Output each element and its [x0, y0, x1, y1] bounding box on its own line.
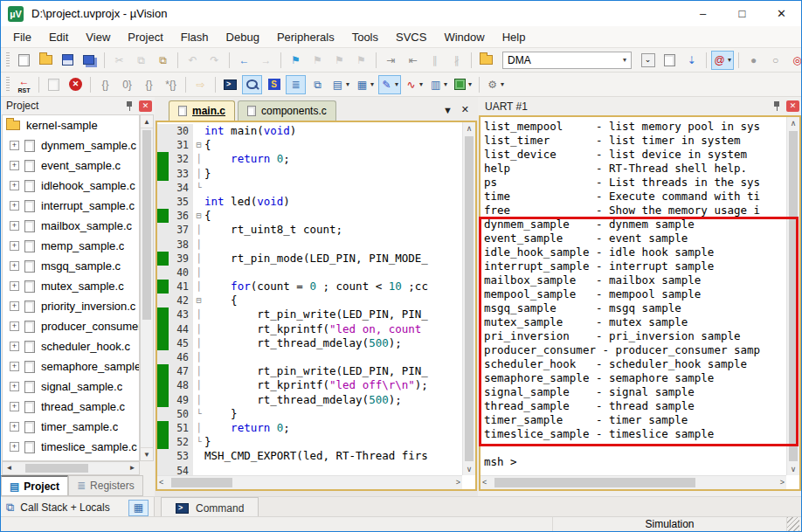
prev-bookmark-button[interactable]: ⚑ — [308, 51, 328, 70]
expand-icon[interactable]: + — [10, 301, 19, 311]
chevron-down-icon[interactable]: ▾ — [728, 56, 731, 64]
step-into-button[interactable]: {} — [95, 75, 115, 94]
tab-components-c[interactable]: components.c — [238, 100, 336, 121]
chevron-down-icon[interactable]: ▾ — [444, 80, 447, 88]
menu-edit[interactable]: Edit — [40, 28, 77, 46]
call-stack-tab[interactable]: ⧉ Call Stack + Locals ▦ — [1, 497, 155, 518]
serial-window-button[interactable]: ✎▾ — [378, 75, 401, 94]
indent-button[interactable]: ⇥ — [381, 51, 401, 70]
resize-grip[interactable] — [787, 517, 799, 531]
chevron-down-icon[interactable]: ▾ — [501, 80, 504, 88]
editor-vertical-scrollbar[interactable]: ∧ ∨ — [462, 122, 475, 475]
project-file-item[interactable]: +event_sample.c — [3, 155, 139, 176]
expand-icon[interactable]: + — [10, 161, 19, 170]
run-button[interactable]: ⇨ — [190, 75, 211, 94]
outdent-button[interactable]: ⇤ — [403, 51, 423, 70]
expand-icon[interactable]: + — [10, 181, 19, 190]
uart-vertical-scrollbar[interactable]: ∧ ∨ — [786, 117, 799, 475]
toolbar-grip[interactable] — [6, 52, 10, 68]
uart-horizontal-scrollbar[interactable]: < > — [481, 475, 786, 489]
step-over-button[interactable]: 0} — [117, 75, 137, 94]
editor-horizontal-scrollbar[interactable]: < > — [157, 475, 462, 489]
minimize-button[interactable]: – — [683, 1, 722, 26]
clear-bookmarks-button[interactable]: ⚑ — [351, 51, 371, 70]
next-bookmark-button[interactable]: ⚑ — [329, 51, 349, 70]
code-area[interactable]: 30int main(void)31⊟{32│ return 0;33│}34└… — [157, 122, 462, 475]
find-next-button[interactable] — [660, 51, 680, 70]
close-tab-icon[interactable]: ✕ — [461, 104, 469, 115]
scrollbar-thumb[interactable] — [494, 478, 695, 487]
expand-icon[interactable]: + — [10, 141, 19, 150]
expand-icon[interactable]: + — [10, 442, 19, 452]
project-file-item[interactable]: +memp_sample.c — [3, 236, 139, 256]
open-file-button[interactable] — [36, 51, 56, 70]
scrollbar-thumb[interactable] — [142, 130, 151, 320]
project-file-item[interactable]: +semaphore_sample. — [3, 356, 139, 377]
chevron-down-icon[interactable]: ▾ — [395, 80, 398, 88]
memory-window-tab[interactable]: ▦ — [128, 500, 149, 516]
scroll-down-icon[interactable]: ∨ — [463, 463, 475, 475]
project-file-item[interactable]: +priority_inversion.c — [3, 296, 139, 316]
toolbar-grip[interactable] — [6, 77, 10, 93]
find-combobox[interactable]: DMA▾ — [502, 52, 632, 69]
scroll-up-icon[interactable]: ∧ — [463, 122, 475, 135]
scrollbar-thumb[interactable] — [465, 136, 474, 461]
command-window-button[interactable]: > — [220, 75, 240, 94]
expand-icon[interactable]: + — [10, 422, 19, 432]
scroll-left-icon[interactable]: < — [159, 476, 163, 489]
window-list-icon[interactable]: ▼ — [443, 105, 453, 115]
toolbox-button[interactable]: ⚙▾ — [484, 75, 507, 94]
project-file-item[interactable]: +timeslice_sample.c — [3, 437, 139, 457]
project-file-item[interactable]: +scheduler_hook.c — [3, 336, 139, 356]
close-button[interactable]: ✕ — [762, 1, 801, 26]
navigate-forward-button[interactable]: → — [256, 51, 276, 70]
enable-breakpoint-button[interactable]: ○ — [765, 51, 785, 70]
menu-svcs[interactable]: SVCS — [387, 28, 435, 46]
logic-analyzer-button[interactable]: ∿▾ — [403, 75, 425, 94]
cut-button[interactable]: ✂ — [109, 51, 129, 70]
scroll-up-icon[interactable]: ▲ — [141, 115, 153, 128]
project-root-item[interactable]: kernel-sample — [3, 115, 139, 135]
expand-icon[interactable]: + — [10, 402, 19, 411]
incremental-find-button[interactable]: ⇣ — [681, 51, 702, 70]
disable-all-breakpoints-button[interactable]: ◎ — [787, 51, 802, 70]
project-file-item[interactable]: +idlehook_sample.c — [3, 176, 139, 196]
scrollbar-thumb[interactable] — [25, 464, 88, 473]
peripherals-button[interactable]: ▾ — [452, 75, 474, 94]
scroll-right-icon[interactable]: > — [780, 476, 785, 489]
project-file-item[interactable]: +interrupt_sample.c — [3, 196, 139, 216]
menu-flash[interactable]: Flash — [172, 28, 218, 46]
project-file-item[interactable]: +thread_sample.c — [3, 397, 139, 417]
reset-cpu-button[interactable]: ←RST — [14, 75, 34, 94]
menu-window[interactable]: Window — [435, 28, 493, 46]
tab-registers[interactable]: ≣ Registers — [68, 475, 143, 496]
scroll-up-icon[interactable]: ∧ — [787, 117, 799, 129]
copy-button[interactable]: ⧉ — [131, 51, 151, 70]
project-vertical-scrollbar[interactable]: ▲ ▼ — [140, 114, 154, 461]
uncomment-button[interactable]: ∦ — [446, 51, 467, 70]
quick-find-button[interactable]: @▾ — [711, 51, 734, 70]
comment-button[interactable]: ∥ — [425, 51, 445, 70]
expand-icon[interactable]: + — [10, 221, 19, 231]
menu-project[interactable]: Project — [119, 28, 171, 46]
memory-window-button[interactable]: ▦▾ — [354, 75, 377, 94]
paste-button[interactable]: ⧉ — [153, 51, 173, 70]
maximize-button[interactable]: □ — [722, 1, 762, 26]
chevron-down-icon[interactable]: ▾ — [468, 80, 472, 88]
expand-icon[interactable]: + — [10, 362, 19, 371]
toggle-bookmark-button[interactable]: ⚑ — [286, 51, 306, 70]
tab-project[interactable]: ▤ Project — [1, 475, 68, 496]
project-horizontal-scrollbar[interactable]: ◄ ► — [2, 461, 140, 475]
scrollbar-thumb[interactable] — [789, 131, 798, 461]
scroll-down-icon[interactable]: ∨ — [787, 463, 799, 475]
project-tree[interactable]: kernel-sample+dynmem_sample.c+event_samp… — [2, 114, 140, 461]
expand-icon[interactable]: + — [10, 342, 19, 351]
expand-icon[interactable]: + — [10, 321, 19, 331]
command-tab[interactable]: > Command — [161, 497, 259, 518]
chevron-down-icon[interactable]: ▾ — [370, 80, 374, 88]
project-file-item[interactable]: +mutex_sample.c — [3, 276, 139, 296]
run-to-line-button[interactable]: *{} — [161, 75, 181, 94]
undo-button[interactable]: ↶ — [183, 51, 203, 70]
stop-debug-button[interactable]: ✕ — [66, 75, 86, 94]
fold-icon[interactable]: ⊟ — [193, 294, 204, 307]
